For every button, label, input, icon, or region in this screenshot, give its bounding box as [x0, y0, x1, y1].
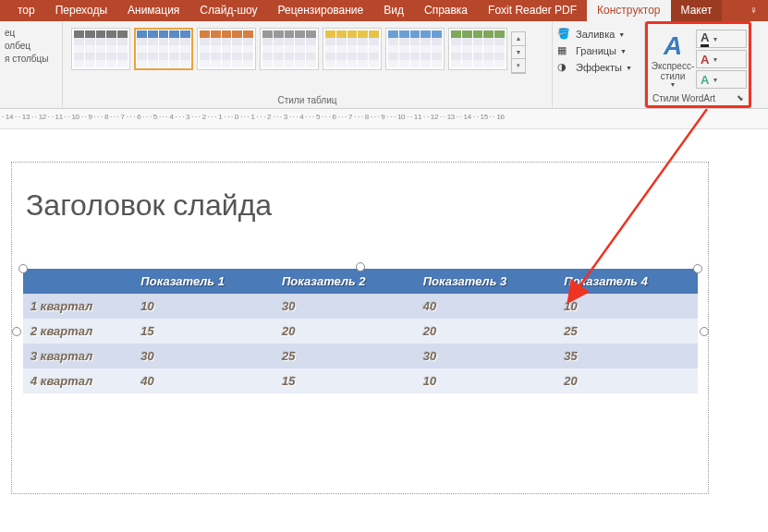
table-style-gallery: ▲▼▾ [67, 24, 547, 74]
text-outline-button[interactable]: A▼ [696, 50, 747, 68]
table-row[interactable]: 1 квартал10304010 [23, 294, 698, 319]
table-header[interactable]: Показатель 3 [416, 269, 557, 294]
gallery-label: Стили таблиц [67, 95, 547, 107]
text-effects-button[interactable]: A▼ [696, 70, 747, 89]
table-style-6[interactable] [448, 28, 507, 70]
resize-handle[interactable] [356, 262, 365, 272]
horizontal-ruler: 16 · · 15 · · 14 · · 13 · · 12 · · 11 · … [0, 109, 768, 129]
wordart-a-icon: A [664, 31, 682, 61]
col-opt-1[interactable]: ец [5, 27, 57, 40]
table-row[interactable]: 2 квартал15202025 [23, 319, 698, 344]
tab-foxit[interactable]: Foxit Reader PDF [478, 0, 587, 21]
effects-button[interactable]: ◑Эффекты ▼ [557, 59, 640, 76]
tell-me-icon[interactable]: ♀ [739, 0, 768, 21]
group-wordart: A Экспресс-стили ▼ A▼ A▼ A▼ Стили WordAr… [645, 21, 751, 108]
slide-table-wrapper: Показатель 1Показатель 2Показатель 3Пока… [23, 269, 698, 393]
tab-help[interactable]: Справка [414, 0, 478, 21]
gallery-scroll[interactable]: ▲▼▾ [511, 31, 526, 74]
effects-icon: ◑ [557, 61, 572, 74]
group-columns: ец олбец я столбцы [0, 21, 63, 107]
tab-layout[interactable]: Макет [671, 0, 723, 21]
resize-handle[interactable] [18, 264, 28, 273]
table-header[interactable]: Показатель 1 [133, 269, 274, 294]
col-opt-3[interactable]: я столбцы [5, 53, 57, 66]
table-header[interactable] [23, 269, 133, 294]
table-header[interactable]: Показатель 4 [556, 269, 698, 294]
tab-editor[interactable]: тор [7, 0, 45, 21]
borders-icon: ▦ [557, 44, 572, 57]
table-style-2[interactable] [197, 28, 256, 70]
tab-view[interactable]: Вид [373, 0, 414, 21]
resize-handle[interactable] [12, 327, 21, 336]
data-table[interactable]: Показатель 1Показатель 2Показатель 3Пока… [23, 269, 698, 393]
table-style-3[interactable] [260, 28, 319, 70]
wordart-label: Стили WordArt [652, 93, 715, 103]
tab-animation[interactable]: Анимация [117, 0, 189, 21]
resize-handle[interactable] [693, 264, 702, 273]
table-style-5[interactable] [385, 28, 445, 70]
slide-canvas: Заголовок слайда Показатель 1Показатель … [0, 129, 768, 509]
ribbon: ец олбец я столбцы ▲▼▾ Стили таблиц 🪣Зал… [0, 21, 768, 109]
borders-button[interactable]: ▦Границы ▼ [557, 42, 640, 59]
group-shading: 🪣Заливка ▼ ▦Границы ▼ ◑Эффекты ▼ [553, 21, 645, 107]
ribbon-tabs: тор Переходы Анимация Слайд-шоу Рецензир… [0, 0, 768, 21]
col-opt-2[interactable]: олбец [5, 40, 57, 53]
resize-handle[interactable] [700, 327, 709, 336]
tab-transitions[interactable]: Переходы [45, 0, 117, 21]
table-header[interactable]: Показатель 2 [274, 269, 416, 294]
fill-button[interactable]: 🪣Заливка ▼ [557, 26, 640, 42]
tab-slideshow[interactable]: Слайд-шоу [189, 0, 267, 21]
tab-designer[interactable]: Конструктор [587, 0, 670, 21]
slide-title[interactable]: Заголовок слайда [26, 188, 272, 223]
tab-review[interactable]: Рецензирование [268, 0, 374, 21]
text-fill-button[interactable]: A▼ [696, 30, 747, 48]
table-style-1[interactable] [134, 28, 193, 70]
express-styles-button[interactable]: A Экспресс-стили ▼ [650, 26, 696, 93]
group-table-styles: ▲▼▾ Стили таблиц [63, 21, 553, 107]
table-style-4[interactable] [323, 28, 382, 70]
bucket-icon: 🪣 [557, 28, 572, 41]
table-row[interactable]: 4 квартал40151020 [23, 369, 698, 393]
slide[interactable]: Заголовок слайда Показатель 1Показатель … [11, 162, 709, 494]
table-style-0[interactable] [71, 28, 130, 70]
dialog-launcher-icon[interactable]: ⬊ [737, 93, 744, 103]
table-row[interactable]: 3 квартал30253035 [23, 344, 698, 369]
